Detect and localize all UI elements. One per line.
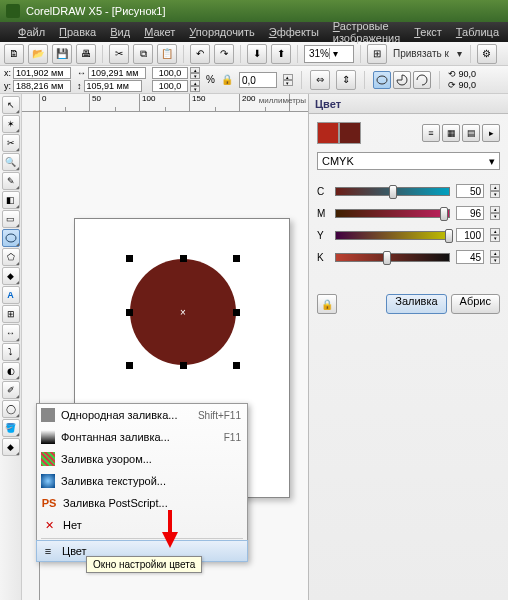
handle-e[interactable]: [233, 309, 240, 316]
fill-tool[interactable]: 🪣: [2, 419, 20, 437]
polygon-tool[interactable]: ⬠: [2, 248, 20, 266]
ruler-corner[interactable]: [22, 94, 40, 112]
dimension-tool[interactable]: ↔: [2, 324, 20, 342]
docker-title[interactable]: Цвет: [309, 94, 508, 114]
import-button[interactable]: ⬇: [247, 44, 267, 64]
ruler-horizontal[interactable]: 0 50 100 150 200 миллиметры: [40, 94, 308, 112]
width-field[interactable]: 109,291 мм: [88, 67, 146, 79]
menu-layout[interactable]: Макет: [138, 24, 181, 40]
arc-shape-button[interactable]: [413, 71, 431, 89]
height-field[interactable]: 105,91 мм: [84, 80, 142, 92]
show-viewer-button[interactable]: ▦: [442, 124, 460, 142]
slider-value-c[interactable]: 50: [456, 184, 484, 198]
handle-se[interactable]: [233, 362, 240, 369]
mirror-v-button[interactable]: ⇕: [336, 70, 356, 90]
outline-tool[interactable]: ◯: [2, 400, 20, 418]
mirror-h-button[interactable]: ⇔: [310, 70, 330, 90]
open-button[interactable]: 📂: [28, 44, 48, 64]
crop-tool[interactable]: ✂: [2, 134, 20, 152]
slider-thumb[interactable]: [440, 207, 448, 221]
x-field[interactable]: 101,902 мм: [13, 67, 71, 79]
lock-color-button[interactable]: 🔒: [317, 294, 337, 314]
zoom-tool[interactable]: 🔍: [2, 153, 20, 171]
menu-uniform-fill[interactable]: Однородная заливка... Shift+F11: [37, 404, 247, 426]
handle-ne[interactable]: [233, 255, 240, 262]
slider-spinner[interactable]: ▴▾: [490, 184, 500, 198]
rotation-spinner[interactable]: ▴▾: [283, 74, 293, 86]
undo-button[interactable]: ↶: [190, 44, 210, 64]
end-angle-field[interactable]: ⟳ 90,0: [448, 80, 476, 90]
redo-button[interactable]: ↷: [214, 44, 234, 64]
interactive-tool[interactable]: ◐: [2, 362, 20, 380]
connector-tool[interactable]: ⤵: [2, 343, 20, 361]
menu-texture-fill[interactable]: Заливка текстурой...: [37, 470, 247, 492]
menu-postscript-fill[interactable]: PS Заливка PostScript...: [37, 492, 247, 514]
text-tool[interactable]: A: [2, 286, 20, 304]
menu-pattern-fill[interactable]: Заливка узором...: [37, 448, 247, 470]
slider-track-y[interactable]: [335, 231, 450, 240]
menu-edit[interactable]: Правка: [53, 24, 102, 40]
slider-value-y[interactable]: 100: [456, 228, 484, 242]
print-button[interactable]: 🖶: [76, 44, 96, 64]
rectangle-tool[interactable]: ▭: [2, 210, 20, 228]
slider-track-m[interactable]: [335, 209, 450, 218]
show-sliders-button[interactable]: ≡: [422, 124, 440, 142]
ellipse-tool[interactable]: [2, 229, 20, 247]
menu-bitmaps[interactable]: Растровые изображения: [327, 18, 406, 46]
start-angle-field[interactable]: ⟲ 90,0: [448, 69, 476, 79]
handle-nw[interactable]: [126, 255, 133, 262]
slider-track-c[interactable]: [335, 187, 450, 196]
freehand-tool[interactable]: ✎: [2, 172, 20, 190]
shape-tool[interactable]: ✶: [2, 115, 20, 133]
options-button[interactable]: ⚙: [477, 44, 497, 64]
scale-y-field[interactable]: 100,0: [152, 80, 188, 92]
basic-shapes-tool[interactable]: ◆: [2, 267, 20, 285]
slider-spinner[interactable]: ▴▾: [490, 228, 500, 242]
color-model-combo[interactable]: CMYK ▾: [317, 152, 500, 170]
show-palette-button[interactable]: ▤: [462, 124, 480, 142]
menu-view[interactable]: Вид: [104, 24, 136, 40]
slider-value-m[interactable]: 96: [456, 206, 484, 220]
handle-sw[interactable]: [126, 362, 133, 369]
fill-button[interactable]: Заливка: [386, 294, 446, 314]
scale-x-field[interactable]: 100,0: [152, 67, 188, 79]
cut-button[interactable]: ✂: [109, 44, 129, 64]
menu-effects[interactable]: Эффекты: [263, 24, 325, 40]
copy-button[interactable]: ⧉: [133, 44, 153, 64]
zoom-combo[interactable]: 31% ▾: [304, 45, 354, 63]
scale-x-spinner[interactable]: ▴▾: [190, 67, 200, 79]
scale-y-spinner[interactable]: ▴▾: [190, 80, 200, 92]
paste-button[interactable]: 📋: [157, 44, 177, 64]
menu-text[interactable]: Текст: [408, 24, 448, 40]
interactive-fill-tool[interactable]: ◆: [2, 438, 20, 456]
handle-n[interactable]: [180, 255, 187, 262]
ellipse-shape-button[interactable]: [373, 71, 391, 89]
menu-table[interactable]: Таблица: [450, 24, 505, 40]
swatch-main[interactable]: [317, 122, 339, 144]
handle-s[interactable]: [180, 362, 187, 369]
options-button[interactable]: ▸: [482, 124, 500, 142]
pick-tool[interactable]: ↖: [2, 96, 20, 114]
menu-fountain-fill[interactable]: Фонтанная заливка... F11: [37, 426, 247, 448]
menu-arrange[interactable]: Упорядочить: [183, 24, 260, 40]
slider-thumb[interactable]: [389, 185, 397, 199]
slider-spinner[interactable]: ▴▾: [490, 206, 500, 220]
outline-button[interactable]: Абрис: [451, 294, 500, 314]
slider-thumb[interactable]: [383, 251, 391, 265]
table-tool[interactable]: ⊞: [2, 305, 20, 323]
y-field[interactable]: 188,216 мм: [13, 80, 71, 92]
new-doc-button[interactable]: 🗎: [4, 44, 24, 64]
smart-fill-tool[interactable]: ◧: [2, 191, 20, 209]
menu-no-fill[interactable]: ✕ Нет: [37, 514, 247, 536]
lock-ratio-icon[interactable]: 🔒: [221, 74, 233, 85]
chevron-down-icon[interactable]: ▾: [455, 48, 464, 59]
pie-shape-button[interactable]: [393, 71, 411, 89]
snap-button[interactable]: ⊞: [367, 44, 387, 64]
slider-spinner[interactable]: ▴▾: [490, 250, 500, 264]
handle-w[interactable]: [126, 309, 133, 316]
swatch-alt[interactable]: [339, 122, 361, 144]
slider-track-k[interactable]: [335, 253, 450, 262]
slider-thumb[interactable]: [445, 229, 453, 243]
save-button[interactable]: 💾: [52, 44, 72, 64]
export-button[interactable]: ⬆: [271, 44, 291, 64]
